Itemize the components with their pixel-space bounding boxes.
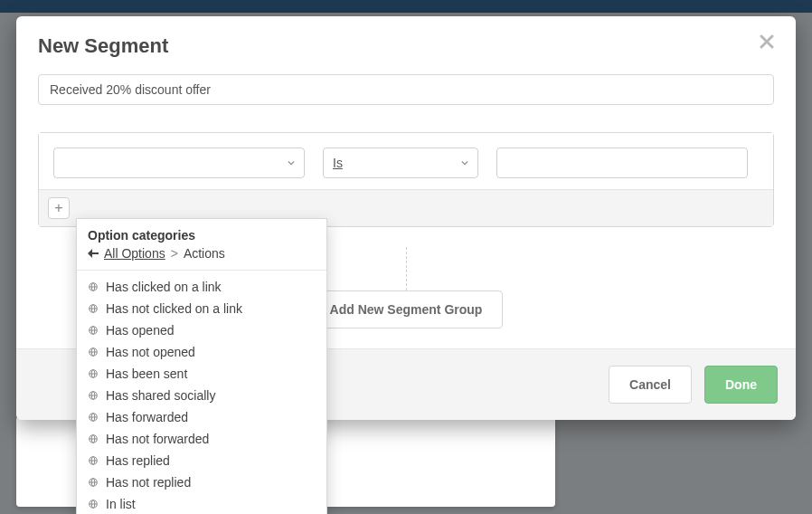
dropdown-item-label: In list (106, 497, 136, 511)
rule-field-select[interactable] (53, 148, 305, 178)
breadcrumb-current: Actions (184, 246, 225, 261)
dropdown-item-label: Has not forwarded (106, 432, 209, 446)
globe-icon (88, 499, 99, 509)
dropdown-item-label: Has forwarded (106, 410, 188, 424)
dropdown-item[interactable]: Has not forwarded (77, 428, 326, 450)
globe-icon (88, 303, 99, 314)
dropdown-item-label: Has not opened (106, 345, 195, 359)
dropdown-item[interactable]: Has not opened (77, 341, 326, 363)
modal-title: New Segment (38, 34, 168, 58)
globe-icon (88, 390, 99, 401)
breadcrumb-sep: > (171, 246, 178, 261)
dropdown-item[interactable]: Has replied (77, 450, 326, 471)
rules-panel: Is + (38, 132, 774, 227)
rule-operator-value: Is (333, 156, 456, 170)
dropdown-item[interactable]: In list (77, 493, 326, 514)
dropdown-divider (77, 270, 326, 271)
dropdown-item[interactable]: Has opened (77, 319, 326, 341)
dropdown-item[interactable]: Has shared socially (77, 385, 326, 406)
add-rule-button[interactable]: + (48, 197, 70, 219)
dropdown-item[interactable]: Has not replied (77, 471, 326, 493)
segment-name-input[interactable] (38, 74, 774, 105)
dropdown-item[interactable]: Has been sent (77, 363, 326, 385)
dropdown-item-label: Has not replied (106, 475, 191, 490)
close-button[interactable] (760, 34, 774, 49)
globe-icon (88, 281, 99, 292)
chevron-down-icon (461, 159, 468, 167)
breadcrumb: All Options > Actions (88, 246, 316, 261)
dropdown-item[interactable]: Has clicked on a link (77, 276, 326, 298)
dropdown-item-label: Has opened (106, 323, 175, 338)
chevron-down-icon (288, 159, 295, 167)
globe-icon (88, 433, 99, 444)
globe-icon (88, 347, 99, 357)
dropdown-list: Has clicked on a linkHas not clicked on … (77, 272, 326, 514)
globe-icon (88, 455, 99, 466)
dropdown-item-label: Has clicked on a link (106, 280, 222, 294)
add-segment-group-button[interactable]: Add New Segment Group (309, 290, 504, 328)
rule-value-input[interactable] (496, 148, 748, 178)
globe-icon (88, 477, 99, 488)
back-arrow-icon[interactable] (88, 249, 99, 258)
dropdown-item[interactable]: Has not clicked on a link (77, 298, 326, 319)
dropdown-item-label: Has been sent (106, 366, 187, 381)
new-segment-modal: New Segment (16, 16, 796, 420)
modal-header: New Segment (16, 16, 796, 62)
globe-icon (88, 325, 99, 336)
dropdown-header: Option categories All Options > Actions (77, 219, 326, 268)
dropdown-title: Option categories (88, 228, 316, 243)
dropdown-item-label: Has replied (106, 453, 170, 468)
rule-operator-select[interactable]: Is (323, 148, 478, 178)
globe-icon (88, 412, 99, 423)
dropdown-item-label: Has shared socially (106, 388, 215, 403)
dropdown-item-label: Has not clicked on a link (106, 301, 242, 316)
close-icon (760, 34, 774, 49)
cancel-button[interactable]: Cancel (609, 366, 692, 404)
connector-line (406, 247, 407, 290)
rule-row: Is (39, 133, 773, 189)
breadcrumb-root[interactable]: All Options (104, 246, 165, 261)
field-dropdown: Option categories All Options > Actions … (76, 218, 327, 514)
dropdown-item[interactable]: Has forwarded (77, 406, 326, 428)
globe-icon (88, 368, 99, 379)
done-button[interactable]: Done (704, 366, 778, 404)
